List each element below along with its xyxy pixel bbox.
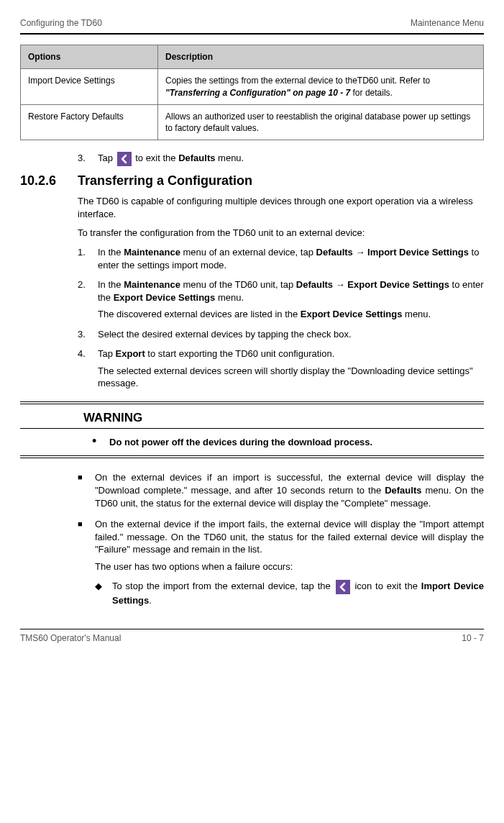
table-row: Import Device Settings Copies the settin…	[21, 69, 484, 104]
step-number: 3.	[78, 328, 98, 341]
warning-title: WARNING	[83, 410, 484, 427]
step-number: 1.	[78, 246, 98, 271]
header-rule	[20, 33, 484, 35]
step-2: 2. In the Maintenance menu of the TD60 u…	[78, 278, 484, 321]
warning-rule	[20, 401, 484, 402]
step-text: In the Maintenance menu of an external d…	[98, 246, 484, 271]
step-3: 3. Tap to exit the Defaults menu.	[78, 152, 484, 166]
list-item: ■ On the external devices if an import i…	[78, 471, 484, 509]
list-text: On the external devices if an import is …	[95, 471, 484, 509]
paragraph: To transfer the configuration from the T…	[78, 227, 484, 240]
warning-rule	[20, 458, 484, 458]
warning-rule	[20, 455, 484, 456]
section-title: Transferring a Configuration	[78, 172, 252, 189]
sub-list-item: ◆ To stop the import from the external d…	[95, 580, 484, 607]
step-4: 4. Tap Export to start exporting the TD6…	[78, 347, 484, 390]
paragraph: The TD60 is capable of configuring multi…	[78, 195, 484, 220]
cell-description: Copies the settings from the external de…	[158, 69, 484, 104]
th-description: Description	[158, 45, 484, 69]
table-row: Restore Factory Defaults Allows an autho…	[21, 104, 484, 140]
footer: TMS60 Operator's Manual 10 - 7	[20, 629, 484, 644]
back-icon	[336, 580, 350, 594]
warning-text: Do not power off the devices during the …	[109, 436, 484, 449]
header-right: Maintenance Menu	[411, 17, 484, 29]
warning-item: • Do not power off the devices during th…	[92, 436, 484, 449]
step-number: 2.	[78, 278, 98, 321]
cell-description: Allows an authorized user to reestablish…	[158, 104, 484, 140]
list-item: ■ On the external device if the import f…	[78, 518, 484, 573]
warning-rule	[20, 404, 484, 404]
cell-option: Import Device Settings	[21, 69, 158, 104]
list-text: On the external device if the import fai…	[95, 518, 484, 573]
step-text: Tap Export to start exporting the TD60 u…	[98, 347, 484, 390]
sub-list-text: To stop the import from the external dev…	[112, 580, 484, 607]
step-1: 1. In the Maintenance menu of an externa…	[78, 246, 484, 271]
section-number: 10.2.6	[20, 172, 78, 189]
footer-right: 10 - 7	[462, 632, 484, 644]
step-3b: 3. Select the desired external devices b…	[78, 328, 484, 341]
cell-option: Restore Factory Defaults	[21, 104, 158, 140]
step-text: Tap to exit the Defaults menu.	[98, 152, 484, 166]
back-icon	[117, 152, 132, 166]
step-number: 4.	[78, 347, 98, 390]
step-number: 3.	[78, 152, 98, 166]
header-left: Configuring the TD60	[20, 17, 102, 29]
bullet-icon: •	[92, 436, 109, 449]
options-table: Options Description Import Device Settin…	[20, 45, 484, 140]
footer-left: TMS60 Operator's Manual	[20, 632, 121, 644]
list-subtext: The user has two options when a failure …	[95, 560, 484, 573]
th-options: Options	[21, 45, 158, 69]
square-bullet-icon: ■	[78, 518, 95, 573]
diamond-bullet-icon: ◆	[95, 580, 112, 607]
step-text: In the Maintenance menu of the TD60 unit…	[98, 278, 484, 321]
warning-rule	[20, 428, 484, 429]
step-text: Select the desired external devices by t…	[98, 328, 484, 341]
step-subtext: The discovered external devices are list…	[98, 308, 484, 321]
square-bullet-icon: ■	[78, 471, 95, 509]
step-subtext: The selected external devices screen wil…	[98, 365, 484, 390]
